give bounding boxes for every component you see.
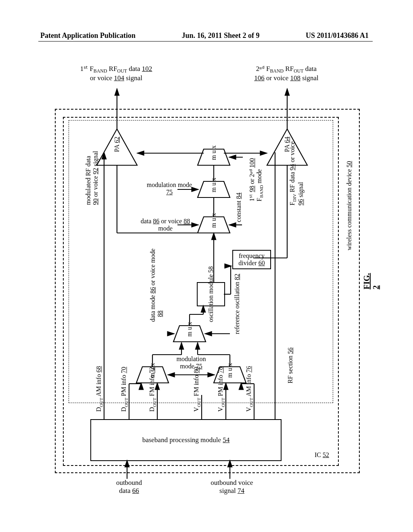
mux-br: m u x — [224, 368, 236, 375]
ic-label: IC 52 — [315, 451, 329, 459]
constant-label: constant 84 — [234, 214, 244, 221]
rf-section-label: RF section 56 — [286, 375, 295, 382]
oscillation-module: oscillation module 58 — [197, 282, 225, 306]
modulation-mode-label-upper: modulation mode 75 — [145, 181, 194, 196]
dout-am-label: DOUT AM info 68 — [94, 401, 106, 410]
wireless-device-label: wireless communication device 50 — [344, 242, 354, 249]
dout-fm-label: DOUT FM info 72 — [147, 401, 159, 410]
mux-top: m u x — [208, 150, 220, 158]
figure-diagram: 1ˢᵗ FBAND RFOUT data 102 or voice 104 si… — [40, 64, 371, 480]
baseband-module: baseband processing module 54 — [90, 419, 282, 461]
vout-fm-label: VOUT FM info 80 — [191, 401, 203, 410]
outbound-voice-label: outbound voicesignal 74 — [202, 479, 262, 495]
vout-pm-label: VOUT PM info 78 — [215, 401, 227, 410]
mux-osc: m u x — [184, 327, 196, 334]
data-voice-mode-vertical-label: data mode 86 or voice mode 88 — [148, 306, 165, 321]
data-voice-mode-label: data 86 or voice 88 mode — [137, 218, 194, 233]
mux-3: m u x — [208, 218, 220, 225]
fdiv-rf-label: FDIV RF data 94 or voice 96 signal — [289, 189, 305, 205]
vout-am-label: VOUT AM info 76 — [244, 401, 256, 410]
top-left-output-label: 1ˢᵗ FBAND RFOUT data 102 or voice 104 si… — [64, 64, 169, 82]
modulation-mode-label-lower: modulation mode 75 — [172, 355, 211, 370]
modulated-rf-label: modulated RF data90 or voice 92 signal — [84, 189, 100, 204]
reference-oscillation-label: reference oscillation 82 — [229, 322, 245, 330]
dout-pm-label: DOUT PM info 70 — [119, 401, 131, 410]
mux-2: m u x — [208, 183, 220, 190]
fband-mode-label: 1ˢᵗ 98 or 2ⁿᵈ 100 FBAND mode — [248, 185, 265, 201]
header-center: Jun. 16, 2011 Sheet 2 of 9 — [181, 31, 259, 40]
pa-left-label: PA 62 — [110, 141, 124, 148]
frequency-divider: frequency divider 60 — [232, 250, 271, 269]
header-rule — [38, 41, 373, 42]
header-right: US 2011/0143686 A1 — [306, 31, 369, 40]
figure-label: FIG. 2 — [362, 273, 381, 289]
header-left: Patent Application Publication — [40, 31, 136, 40]
outbound-data-label: outbounddata 66 — [105, 479, 153, 495]
top-right-output-label: 2ⁿᵈ FBAND RFOUT data 106 or voice 108 si… — [234, 64, 339, 82]
